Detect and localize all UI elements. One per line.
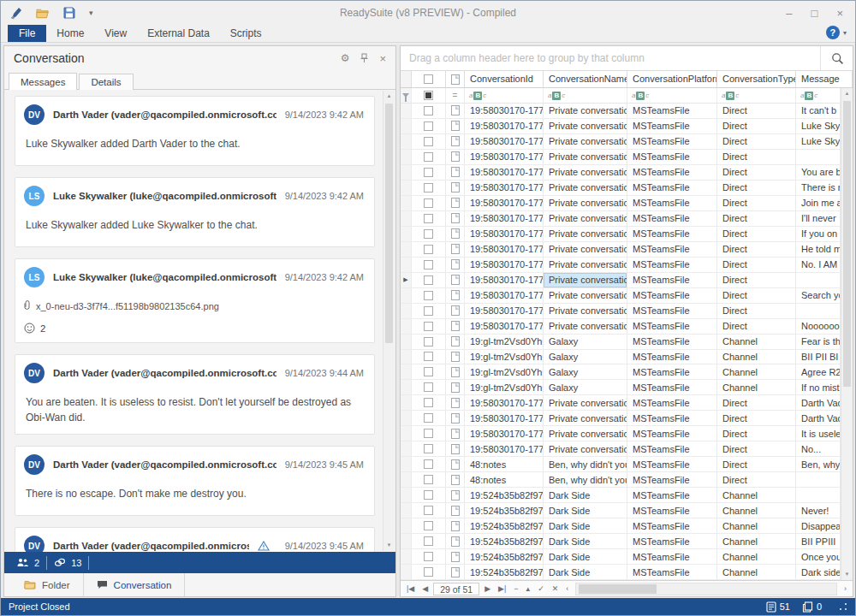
cell-conversation-type[interactable]: Channel <box>717 503 796 518</box>
cell-conversation-name[interactable]: Private conversation ( <box>544 211 627 226</box>
cell-conversation-name[interactable]: Private conversation ( <box>544 181 627 195</box>
hscroll-right-icon[interactable]: › <box>841 585 849 593</box>
pager-last-button[interactable]: ▶| <box>496 585 508 593</box>
table-row[interactable]: ▶ 19:58030170-1774- Private conversation… <box>401 119 841 134</box>
cell-conversation-id[interactable]: 19:gl-tm2Vsd0YhG4 <box>465 380 544 394</box>
cell-conversation-platform[interactable]: MSTeamsFile <box>627 211 717 226</box>
scrollbar-thumb[interactable] <box>385 104 393 343</box>
cell-conversation-platform[interactable]: MSTeamsFile <box>627 165 717 180</box>
cell-conversation-type[interactable]: Direct <box>717 134 796 149</box>
cell-message[interactable]: Ben, why <box>796 457 841 471</box>
cell-conversation-id[interactable]: 19:524b35b82f9741 <box>465 549 544 564</box>
cell-message[interactable]: I'll never <box>796 211 841 226</box>
ribbon-tab[interactable]: Home <box>46 25 94 42</box>
row-checkbox[interactable] <box>412 304 446 318</box>
cell-message[interactable]: Darth Vad <box>796 411 841 425</box>
cell-conversation-platform[interactable]: MSTeamsFile <box>627 565 717 579</box>
cell-conversation-platform[interactable]: MSTeamsFile <box>627 395 717 410</box>
cell-conversation-id[interactable]: 19:58030170-1774- <box>465 288 544 303</box>
cell-message[interactable] <box>796 488 841 502</box>
column-header-conversation-id[interactable]: ConversationId <box>465 71 544 87</box>
message-card[interactable]: DV Darth Vader (vader@qacompiled.onmicro… <box>15 446 375 516</box>
save-icon[interactable] <box>62 6 76 20</box>
table-row[interactable]: ▶ 19:58030170-1774- Private conversation… <box>401 242 841 258</box>
cell-conversation-name[interactable]: Private conversation ( <box>544 134 627 149</box>
row-checkbox[interactable] <box>412 488 446 502</box>
cell-conversation-id[interactable]: 19:58030170-1774- <box>465 258 544 272</box>
table-row[interactable]: ▶ 19:58030170-1774- Private conversation… <box>401 273 841 288</box>
cell-conversation-platform[interactable]: MSTeamsFile <box>627 319 717 334</box>
row-checkbox[interactable] <box>412 549 446 564</box>
cell-conversation-name[interactable]: Dark Side <box>544 503 627 518</box>
cell-conversation-name[interactable]: Private conversation ( <box>544 426 627 441</box>
row-checkbox[interactable] <box>412 150 446 164</box>
filter-cell-conversation-type[interactable]: aBc <box>717 88 796 103</box>
table-row[interactable]: ▶ 19:gl-tm2Vsd0YhG4 Galaxy MSTeamsFile C… <box>401 364 841 380</box>
cell-message[interactable]: Dark side <box>796 565 841 579</box>
table-row[interactable]: ▶ 19:58030170-1774- Private conversation… <box>401 258 841 273</box>
table-row[interactable]: ▶ 19:524b35b82f9741 Dark Side MSTeamsFil… <box>401 518 841 534</box>
filter-cell-message[interactable]: aBc <box>796 88 841 103</box>
table-row[interactable]: ▶ 19:58030170-1774- Private conversation… <box>401 211 841 227</box>
cell-conversation-type[interactable]: Channel <box>717 335 796 349</box>
cell-conversation-type[interactable]: Direct <box>717 472 796 487</box>
dock-tab-conversation[interactable]: Conversation <box>84 573 186 596</box>
table-row[interactable]: ▶ 19:58030170-1774- Private conversation… <box>401 426 841 441</box>
pager-next-button[interactable]: ▶ <box>482 585 493 593</box>
qat-customize-caret[interactable]: ▾ <box>89 9 93 17</box>
hscrollbar-thumb[interactable] <box>579 584 657 594</box>
gear-icon[interactable]: ⚙ <box>341 52 350 64</box>
cell-message[interactable] <box>796 273 841 287</box>
cell-conversation-platform[interactable]: MSTeamsFile <box>627 150 717 164</box>
cell-conversation-name[interactable]: Ben, why didn't you t <box>544 457 627 471</box>
cell-message[interactable]: Luke Skyw <box>796 119 841 133</box>
column-header-conversation-type[interactable]: ConversationType <box>717 71 796 87</box>
cell-conversation-type[interactable]: Direct <box>717 319 796 334</box>
cell-conversation-platform[interactable]: MSTeamsFile <box>627 549 717 564</box>
cell-conversation-type[interactable]: Direct <box>717 426 796 441</box>
cell-conversation-type[interactable]: Direct <box>717 288 796 303</box>
cell-message[interactable]: It can't b <box>796 104 841 118</box>
cell-conversation-id[interactable]: 19:58030170-1774- <box>465 441 544 456</box>
pager-edit-button[interactable]: ▴ <box>524 585 533 593</box>
row-checkbox[interactable] <box>412 426 446 441</box>
cell-conversation-id[interactable]: 19:58030170-1774- <box>465 119 544 133</box>
reaction[interactable]: 2 <box>24 323 364 334</box>
row-checkbox[interactable] <box>412 518 446 533</box>
table-row[interactable]: ▶ 19:58030170-1774- Private conversation… <box>401 165 841 181</box>
cell-message[interactable]: You are b <box>796 165 841 180</box>
help-caret-icon[interactable]: ▾ <box>843 29 847 37</box>
minimize-button[interactable]: – <box>786 8 792 19</box>
cell-conversation-id[interactable]: 19:58030170-1774- <box>465 134 544 149</box>
table-row[interactable]: ▶ 19:58030170-1774- Private conversation… <box>401 181 841 196</box>
cell-conversation-id[interactable]: 19:gl-tm2Vsd0YhG4 <box>465 364 544 379</box>
dock-tab-folder[interactable]: Folder <box>11 573 84 596</box>
row-checkbox[interactable] <box>412 119 446 133</box>
table-row[interactable]: ▶ 19:58030170-1774- Private conversation… <box>401 319 841 335</box>
cell-conversation-platform[interactable]: MSTeamsFile <box>627 503 717 518</box>
cell-conversation-name[interactable]: Private conversation ( <box>544 395 627 410</box>
cell-conversation-platform[interactable]: MSTeamsFile <box>627 119 717 133</box>
cell-message[interactable]: If you on <box>796 227 841 241</box>
cell-conversation-id[interactable]: 19:58030170-1774- <box>465 395 544 410</box>
cell-conversation-id[interactable]: 19:524b35b82f9741 <box>465 518 544 533</box>
cell-message[interactable]: Disappea <box>796 518 841 533</box>
cell-conversation-platform[interactable]: MSTeamsFile <box>627 411 717 425</box>
cell-conversation-platform[interactable]: MSTeamsFile <box>627 364 717 379</box>
cell-conversation-name[interactable]: Private conversation ( <box>544 165 627 180</box>
cell-conversation-id[interactable]: 19:524b35b82f9741 <box>465 534 544 548</box>
row-checkbox[interactable] <box>412 380 446 394</box>
cell-conversation-platform[interactable]: MSTeamsFile <box>627 350 717 364</box>
cell-conversation-type[interactable]: Direct <box>717 165 796 180</box>
cell-conversation-type[interactable]: Direct <box>717 411 796 425</box>
help-icon[interactable]: ? <box>826 26 840 39</box>
cell-conversation-type[interactable]: Channel <box>717 565 796 579</box>
cell-conversation-platform[interactable]: MSTeamsFile <box>627 288 717 303</box>
pager-cancel-button[interactable]: ✕ <box>550 585 562 593</box>
cell-message[interactable]: If no mist <box>796 380 841 394</box>
row-checkbox[interactable] <box>412 534 446 548</box>
cell-message[interactable]: BII PPIII <box>796 534 841 548</box>
column-header-message[interactable]: Message <box>796 71 853 87</box>
cell-conversation-id[interactable]: 19:58030170-1774- <box>465 227 544 241</box>
cell-conversation-type[interactable]: Channel <box>717 350 796 364</box>
